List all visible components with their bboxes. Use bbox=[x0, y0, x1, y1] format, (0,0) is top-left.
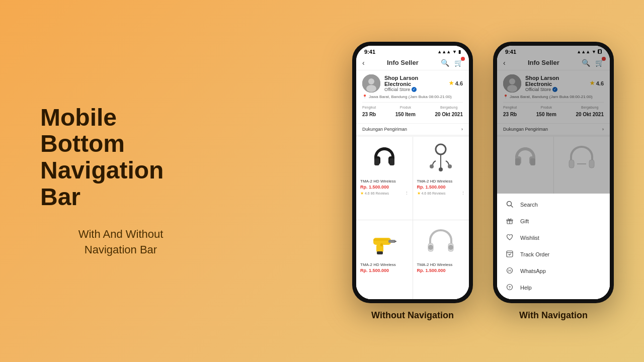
seller-name-left: Shop Larson Electronic bbox=[384, 75, 445, 87]
signal-icon: ▲▲▲ bbox=[437, 49, 451, 54]
dropdown-item-track[interactable]: Track Order bbox=[497, 246, 610, 263]
phone-with-frame: 9:41 ▲▲▲ ▼ ▮ ‹ Info Seller 🔍 🛒 bbox=[493, 42, 614, 303]
svg-rect-12 bbox=[394, 241, 396, 242]
product-img-2 bbox=[417, 141, 465, 176]
left-section: Mobile Bottom Navigation Bar With And Wi… bbox=[30, 105, 201, 258]
svg-rect-14 bbox=[377, 251, 383, 254]
more-icon-1[interactable]: ⋮ bbox=[405, 191, 409, 195]
dropdown-overlay: Search bbox=[497, 46, 610, 299]
seller-section-left: Shop Larson Electronic Official Store ✓ … bbox=[356, 70, 469, 123]
shipping-banner-left[interactable]: Dukungan Pengiriman › bbox=[356, 123, 469, 137]
status-bar-left: 9:41 ▲▲▲ ▼ ▮ bbox=[356, 46, 469, 56]
more-icon-2[interactable]: ⋮ bbox=[461, 191, 465, 195]
product-price-3: Rp. 1.500.000 bbox=[360, 268, 409, 273]
stat-pengikut-left: Pengikut 23 Rb bbox=[362, 106, 376, 118]
dropdown-item-wishlist[interactable]: Wishlist bbox=[497, 230, 610, 246]
phone-without-wrapper: 9:41 ▲▲▲ ▼ ▮ ‹ Info Seller 🔍 🛒 bbox=[352, 42, 473, 321]
svg-rect-11 bbox=[388, 240, 395, 243]
svg-point-5 bbox=[436, 144, 446, 154]
nav-icons-left: 🔍 🛒 bbox=[441, 59, 463, 67]
dropdown-backdrop[interactable] bbox=[497, 46, 610, 194]
svg-rect-4 bbox=[389, 158, 394, 165]
main-container: Mobile Bottom Navigation Bar With And Wi… bbox=[20, 10, 624, 352]
svg-point-19 bbox=[428, 245, 433, 250]
stat-produk-left: Produk 150 Item bbox=[395, 106, 416, 118]
svg-rect-3 bbox=[374, 158, 379, 165]
svg-line-30 bbox=[511, 205, 513, 207]
product-img-3 bbox=[360, 224, 409, 259]
svg-rect-15 bbox=[380, 243, 383, 246]
whatsapp-dropdown-icon bbox=[505, 267, 514, 276]
svg-point-9 bbox=[448, 164, 452, 168]
product-meta-1: ★ 4.6 86 Reviews ⋮ bbox=[360, 191, 409, 196]
product-name-3: TMA-2 HD Wireless bbox=[360, 262, 409, 267]
stat-bergabung-left: Bergabung 20 Okt 2021 bbox=[435, 106, 463, 118]
seller-rating-left: ★ 4.6 bbox=[449, 80, 463, 86]
svg-point-20 bbox=[448, 245, 453, 250]
status-time-left: 9:41 bbox=[364, 49, 375, 55]
location-pin-icon-left: 📍 bbox=[362, 95, 367, 99]
wishlist-dropdown-icon bbox=[505, 234, 514, 242]
product-card-2[interactable]: TMA-2 HD Wireless Rp. 1.500.000 ★ 4.6 86… bbox=[413, 137, 469, 220]
svg-text:?: ? bbox=[509, 286, 511, 289]
phone-with-wrapper: 9:41 ▲▲▲ ▼ ▮ ‹ Info Seller 🔍 🛒 bbox=[493, 42, 614, 321]
product-img-1 bbox=[360, 141, 409, 176]
svg-point-8 bbox=[430, 164, 434, 168]
svg-rect-16 bbox=[373, 239, 388, 241]
phone-without-screen: 9:41 ▲▲▲ ▼ ▮ ‹ Info Seller 🔍 🛒 bbox=[356, 46, 469, 299]
svg-point-7 bbox=[439, 167, 443, 171]
wifi-icon: ▼ bbox=[452, 49, 457, 54]
main-title: Mobile Bottom Navigation Bar bbox=[40, 105, 201, 211]
phone-with-screen: 9:41 ▲▲▲ ▼ ▮ ‹ Info Seller 🔍 🛒 bbox=[497, 46, 610, 299]
seller-info-left: Shop Larson Electronic Official Store ✓ bbox=[384, 75, 445, 92]
chevron-right-icon-left: › bbox=[461, 127, 463, 132]
search-icon-left[interactable]: 🔍 bbox=[441, 59, 449, 67]
svg-point-2 bbox=[366, 85, 376, 92]
product-price-1: Rp. 1.500.000 bbox=[360, 185, 409, 190]
phone-without-label: Without Navigation bbox=[371, 310, 454, 321]
dropdown-item-help[interactable]: ? Help bbox=[497, 280, 610, 296]
battery-icon: ▮ bbox=[458, 49, 461, 54]
back-button-left[interactable]: ‹ bbox=[362, 59, 365, 67]
product-meta-2: ★ 4.6 86 Reviews ⋮ bbox=[417, 191, 465, 196]
seller-header-left: Shop Larson Electronic Official Store ✓ … bbox=[362, 74, 463, 93]
phone-with-label: With Navigation bbox=[519, 310, 588, 321]
dropdown-item-whatsapp[interactable]: WhatsApp bbox=[497, 263, 610, 280]
track-dropdown-icon bbox=[505, 250, 514, 259]
status-icons-left: ▲▲▲ ▼ ▮ bbox=[437, 49, 461, 54]
svg-point-38 bbox=[510, 269, 511, 270]
product-name-2: TMA-2 HD Wireless bbox=[417, 179, 465, 184]
product-price-2: Rp. 1.500.000 bbox=[417, 185, 465, 190]
seller-stats-left: Pengikut 23 Rb Produk 150 Item Bergabung… bbox=[362, 102, 463, 121]
product-img-4 bbox=[417, 224, 465, 259]
products-grid-left: TMA-2 HD Wireless Rp. 1.500.000 ★ 4.6 86… bbox=[356, 137, 469, 299]
seller-avatar-left bbox=[362, 74, 380, 93]
svg-point-1 bbox=[368, 78, 374, 84]
nav-title-left: Info Seller bbox=[387, 59, 419, 66]
help-dropdown-icon: ? bbox=[505, 284, 514, 292]
phone-without-frame: 9:41 ▲▲▲ ▼ ▮ ‹ Info Seller 🔍 🛒 bbox=[352, 42, 473, 303]
seller-location-left: 📍 Jawa Barat, Bandung (Jam Buka 08:00-21… bbox=[362, 95, 463, 99]
svg-point-37 bbox=[508, 269, 509, 270]
search-dropdown-icon bbox=[505, 201, 514, 209]
product-card-3[interactable]: TMA-2 HD Wireless Rp. 1.500.000 bbox=[356, 220, 413, 299]
gift-dropdown-icon bbox=[505, 217, 514, 226]
product-card-1[interactable]: TMA-2 HD Wireless Rp. 1.500.000 ★ 4.6 86… bbox=[356, 137, 413, 220]
verified-icon-left: ✓ bbox=[412, 87, 417, 92]
sub-title: With And Without Navigation Bar bbox=[40, 227, 201, 258]
product-rating-2: ★ 4.6 86 Reviews bbox=[417, 191, 446, 196]
dropdown-item-gift[interactable]: Gift bbox=[497, 213, 610, 230]
dropdown-item-search[interactable]: Search bbox=[497, 197, 610, 213]
cart-icon-left[interactable]: 🛒 bbox=[454, 59, 463, 67]
product-name-4: TMA-2 HD Wireless bbox=[417, 262, 465, 267]
product-card-4[interactable]: TMA-2 HD Wireless Rp. 1.500.000 bbox=[413, 220, 469, 299]
phones-section: 9:41 ▲▲▲ ▼ ▮ ‹ Info Seller 🔍 🛒 bbox=[352, 42, 614, 321]
dropdown-menu: Search bbox=[497, 194, 610, 299]
product-rating-1: ★ 4.6 86 Reviews bbox=[360, 191, 389, 196]
svg-rect-34 bbox=[507, 251, 513, 257]
top-nav-left: ‹ Info Seller 🔍 🛒 bbox=[356, 56, 469, 70]
official-badge-left: Official Store ✓ bbox=[384, 87, 445, 92]
product-name-1: TMA-2 HD Wireless bbox=[360, 179, 409, 184]
product-price-4: Rp. 1.500.000 bbox=[417, 268, 465, 273]
star-icon-left: ★ bbox=[449, 80, 454, 86]
